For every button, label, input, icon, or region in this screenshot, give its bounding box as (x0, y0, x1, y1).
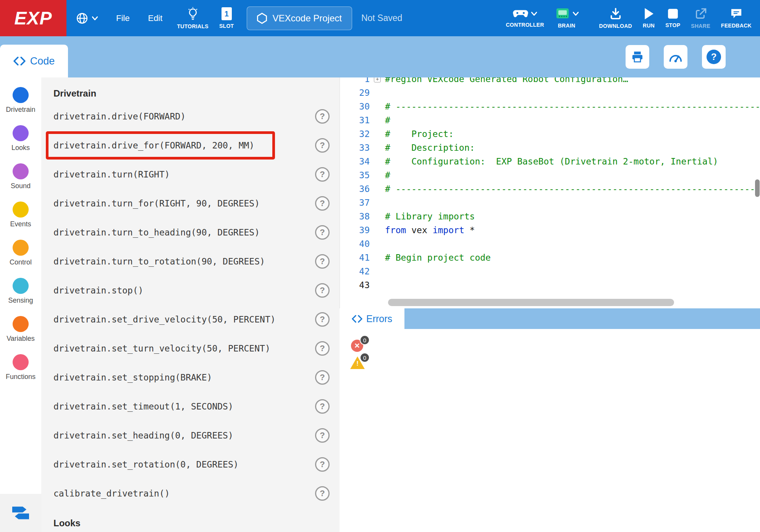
sidebar-category-variables[interactable]: Variables (0, 313, 41, 351)
horizontal-scrollbar[interactable] (388, 299, 674, 306)
command-row[interactable]: drivetrain.stop()? (41, 276, 340, 305)
command-row[interactable]: calibrate_drivetrain()? (41, 479, 340, 508)
download-button[interactable]: DOWNLOAD (594, 0, 637, 36)
category-label: Looks (11, 144, 30, 152)
toggle-panel-button[interactable] (0, 494, 41, 532)
command-text: drivetrain.set_stopping(BRAKE) (53, 372, 212, 382)
tab-code[interactable]: Code (0, 45, 68, 77)
category-dot (13, 87, 29, 103)
help-icon[interactable]: ? (315, 370, 330, 385)
editor-line[interactable]: 31# (340, 113, 760, 127)
editor-line[interactable]: 30# ------------------------------------… (340, 100, 760, 113)
share-icon (694, 7, 707, 20)
controller-button[interactable]: CONTROLLER (500, 0, 549, 36)
editor-line[interactable]: 40 (340, 237, 760, 251)
section-title: Drivetrain (41, 77, 340, 102)
help-icon[interactable]: ? (315, 225, 330, 240)
sidebar-category-looks[interactable]: Looks (0, 123, 41, 161)
help-icon[interactable]: ? (315, 428, 330, 443)
brain-button[interactable]: BRAIN (550, 0, 584, 36)
help-icon[interactable]: ? (315, 341, 330, 356)
editor-line[interactable]: 38# Library imports (340, 210, 760, 223)
command-row[interactable]: drivetrain.turn(RIGHT)? (41, 160, 340, 189)
file-menu[interactable]: File (107, 0, 139, 36)
command-row[interactable]: drivetrain.set_turn_velocity(50, PERCENT… (41, 334, 340, 363)
line-number: 35 (340, 170, 370, 180)
device-info-button[interactable] (626, 45, 649, 69)
language-menu[interactable] (66, 0, 107, 36)
command-row[interactable]: drivetrain.drive(FORWARD)? (41, 102, 340, 131)
help-icon[interactable]: ? (315, 138, 330, 153)
help-icon[interactable]: ? (315, 486, 330, 501)
error-count-badge: 0 (360, 335, 370, 345)
editor-line[interactable]: 42 (340, 264, 760, 278)
tutorials-button[interactable]: TUTORIALS (171, 0, 214, 36)
vertical-scrollbar[interactable] (755, 179, 760, 197)
exp-logo-text: EXP (14, 8, 52, 29)
editor-line[interactable]: 37 (340, 196, 760, 210)
sidebar-category-events[interactable]: Events (0, 199, 41, 237)
help-icon[interactable]: ? (315, 196, 330, 211)
command-row[interactable]: drivetrain.turn_to_heading(90, DEGREES)? (41, 218, 340, 247)
warning-count-toggle[interactable]: ! 0 (351, 355, 378, 374)
project-name-button[interactable]: VEXcode Project (247, 6, 352, 30)
slot-number: 1 (225, 10, 229, 18)
share-label: SHARE (691, 23, 710, 29)
sidebar-category-functions[interactable]: Functions (0, 351, 41, 390)
editor-line[interactable]: 34# Configuration: EXP BaseBot (Drivetra… (340, 155, 760, 168)
editor-line[interactable]: 39from vex import * (340, 223, 760, 237)
top-toolbar: EXP File Edit (0, 0, 760, 36)
editor-line[interactable]: 29 (340, 86, 760, 100)
command-row[interactable]: drivetrain.set_timeout(1, SECONDS)? (41, 392, 340, 421)
help-icon[interactable]: ? (315, 399, 330, 414)
editor-line[interactable]: 35# (340, 168, 760, 182)
errors-panel: ✕ 0 ! 0 (340, 329, 760, 532)
help-icon[interactable]: ? (315, 457, 330, 472)
help-icon[interactable]: ? (315, 283, 330, 298)
fold-icon[interactable]: + (370, 77, 385, 82)
editor-line[interactable]: 33# Description: (340, 141, 760, 155)
command-text: drivetrain.stop() (53, 285, 143, 295)
command-row[interactable]: drivetrain.set_stopping(BRAKE)? (41, 363, 340, 392)
help-icon[interactable]: ? (315, 167, 330, 182)
editor-line[interactable]: 43 (340, 278, 760, 292)
warning-glyph: ! (356, 360, 359, 368)
category-label: Control (10, 258, 32, 266)
editor-line[interactable]: 1+#region VEXcode Generated Robot Config… (340, 77, 760, 86)
editor-line[interactable]: 36# ------------------------------------… (340, 182, 760, 196)
sidebar-category-drivetrain[interactable]: Drivetrain (0, 84, 41, 123)
help-icon[interactable]: ? (315, 109, 330, 124)
run-button[interactable]: RUN (637, 0, 660, 36)
code-editor[interactable]: 1+#region VEXcode Generated Robot Config… (340, 77, 760, 308)
command-list: drivetrain.drive(FORWARD)?drivetrain.dri… (41, 102, 340, 508)
command-row[interactable]: drivetrain.set_drive_velocity(50, PERCEN… (41, 305, 340, 334)
share-button[interactable]: SHARE (686, 0, 716, 36)
editor-line[interactable]: 41# Begin project code (340, 251, 760, 264)
editor-line[interactable]: 32# Project: (340, 127, 760, 141)
slot-button[interactable]: 1 SLOT (214, 0, 239, 36)
command-row[interactable]: drivetrain.drive_for(FORWARD, 200, MM)? (41, 131, 340, 160)
help-icon[interactable]: ? (315, 312, 330, 327)
stop-button[interactable]: STOP (660, 0, 686, 36)
command-row[interactable]: drivetrain.turn_for(RIGHT, 90, DEGREES)? (41, 189, 340, 218)
line-number: 33 (340, 143, 370, 153)
dashboard-button[interactable] (664, 45, 687, 69)
slot-label: SLOT (219, 23, 234, 29)
tab-errors[interactable]: Errors (340, 308, 404, 329)
edit-menu[interactable]: Edit (139, 0, 171, 36)
feedback-button[interactable]: FEEDBACK (716, 0, 757, 36)
help-button[interactable]: ? (702, 45, 726, 69)
sidebar-category-control[interactable]: Control (0, 237, 41, 275)
command-row[interactable]: drivetrain.turn_to_rotation(90, DEGREES)… (41, 247, 340, 276)
code-brackets-icon (13, 56, 26, 66)
command-row[interactable]: drivetrain.set_heading(0, DEGREES)? (41, 421, 340, 450)
help-icon: ? (707, 50, 721, 64)
command-row[interactable]: drivetrain.set_rotation(0, DEGREES)? (41, 450, 340, 479)
subbar-tools: ? (626, 45, 726, 69)
sidebar-category-sensing[interactable]: Sensing (0, 275, 41, 313)
help-icon[interactable]: ? (315, 254, 330, 269)
slot-icon: 1 (222, 7, 232, 20)
line-number: 32 (340, 129, 370, 139)
sidebar-category-sound[interactable]: Sound (0, 161, 41, 199)
command-text: drivetrain.set_heading(0, DEGREES) (53, 430, 233, 440)
